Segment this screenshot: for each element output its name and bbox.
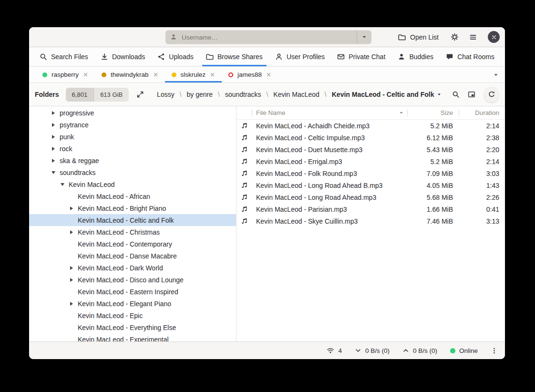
file-row[interactable]: Kevin MacLeod - Duet Musette.mp35.43 MiB… (237, 144, 505, 155)
tree-item[interactable]: Kevin MacLeod (29, 178, 236, 190)
open-list-button[interactable]: Open List (394, 31, 443, 44)
file-name: Kevin MacLeod - Parisian.mp3 (252, 206, 408, 213)
folder-count-badge[interactable]: 6,801 (66, 88, 94, 102)
expander-collapsed-icon[interactable] (68, 266, 74, 270)
tree-item[interactable]: rock (29, 143, 236, 155)
tree-item[interactable]: Kevin MacLeod - Epic (29, 309, 236, 321)
tree-item-label: Kevin MacLeod - Celtic and Folk (78, 217, 174, 224)
file-row[interactable]: Kevin MacLeod - Celtic Impulse.mp36.12 M… (237, 132, 505, 144)
tab-label: Uploads (169, 53, 193, 61)
tab-browse-shares[interactable]: Browse Shares (202, 47, 267, 66)
search-folder-button[interactable] (452, 91, 460, 98)
file-size: 6.12 MiB (408, 134, 459, 142)
main-menu-button[interactable] (466, 30, 480, 44)
breadcrumb-item[interactable]: soundtracks (225, 91, 261, 98)
tab-user-profiles[interactable]: User Profiles (271, 47, 329, 66)
music-note-icon (241, 170, 248, 177)
breadcrumb-item[interactable]: by genre (187, 91, 213, 98)
column-header-file-name[interactable]: File Name (252, 106, 408, 119)
tree-item[interactable]: Kevin MacLeod - Christmas (29, 226, 236, 238)
tree-item[interactable]: psytrance (29, 119, 236, 131)
tree-item[interactable]: Kevin MacLeod - Celtic and Folk (29, 214, 236, 226)
user-tab-label: raspberry (51, 71, 79, 78)
username-dropdown-button[interactable] (357, 30, 371, 44)
tab-private-chat[interactable]: Private Chat (333, 47, 389, 66)
music-note-icon (241, 146, 248, 153)
expander-collapsed-icon[interactable] (68, 206, 74, 210)
tree-item[interactable]: Kevin MacLeod - Danse Macabre (29, 250, 236, 262)
share-size-badge[interactable]: 613 GiB (93, 88, 129, 102)
tree-item[interactable]: Kevin MacLeod - Eastern Inspired (29, 286, 236, 298)
tree-item[interactable]: soundtracks (29, 166, 236, 178)
column-header-duration[interactable]: Duration (459, 106, 505, 119)
file-row[interactable]: Kevin MacLeod - Long Road Ahead.mp35.68 … (237, 191, 505, 203)
tree-item[interactable]: Kevin MacLeod - Elegant Piano (29, 298, 236, 309)
download-rate: 0 B/s (0) (365, 347, 390, 354)
tree-item[interactable]: Kevin MacLeod - Bright Piano (29, 202, 236, 214)
tree-item[interactable]: Kevin MacLeod - African (29, 190, 236, 202)
expander-collapsed-icon[interactable] (68, 278, 74, 282)
tree-item[interactable]: progressive (29, 107, 236, 119)
tab-list-dropdown-button[interactable] (493, 72, 499, 78)
expand-all-button[interactable] (136, 91, 144, 98)
connection-status[interactable]: Online (450, 347, 478, 354)
tab-downloads[interactable]: Downloads (97, 47, 149, 66)
tree-item[interactable]: Kevin MacLeod - Disco and Lounge (29, 274, 236, 286)
pan-down-icon (493, 72, 499, 78)
column-header-size[interactable]: Size (408, 106, 459, 119)
username-search-field[interactable] (165, 30, 357, 44)
tree-item[interactable]: Kevin MacLeod - Contemporary (29, 238, 236, 250)
statusbar-menu-button[interactable] (491, 347, 498, 354)
expander-expanded-icon[interactable] (59, 183, 65, 186)
expander-expanded-icon[interactable] (50, 171, 56, 174)
connection-count-value: 4 (338, 347, 342, 354)
expander-collapsed-icon[interactable] (68, 302, 74, 306)
detach-tab-button[interactable] (468, 91, 475, 98)
tab-uploads[interactable]: Uploads (154, 47, 197, 66)
expander-collapsed-icon[interactable] (50, 147, 56, 151)
tree-item[interactable]: Kevin MacLeod - Everything Else (29, 321, 236, 333)
sort-dropdown-icon[interactable] (398, 110, 404, 116)
username-search-input[interactable] (181, 33, 352, 41)
close-tab-button[interactable] (266, 72, 271, 77)
user-tab-raspberry[interactable]: raspberry (36, 67, 95, 83)
tree-item[interactable]: punk (29, 131, 236, 143)
expander-collapsed-icon[interactable] (68, 230, 74, 234)
user-tab-thewindykrab[interactable]: thewindykrab (95, 67, 165, 83)
tab-chat-rooms[interactable]: Chat Rooms (442, 47, 498, 66)
people-icon (398, 53, 405, 61)
file-row[interactable]: Kevin MacLeod - Folk Round.mp37.09 MiB3:… (237, 167, 505, 179)
mail-icon (337, 53, 345, 61)
close-button[interactable] (488, 31, 500, 43)
download-stats[interactable]: 0 B/s (0) (355, 347, 390, 354)
expander-collapsed-icon[interactable] (50, 159, 56, 163)
tree-item-label: Kevin MacLeod - Contemporary (78, 240, 172, 248)
expander-collapsed-icon[interactable] (50, 123, 56, 127)
file-name: Kevin MacLeod - Celtic Impulse.mp3 (252, 134, 408, 142)
close-tab-button[interactable] (83, 72, 88, 77)
tree-item[interactable]: ska & reggae (29, 155, 236, 166)
close-tab-button[interactable] (210, 72, 215, 77)
breadcrumb-item[interactable]: Lossy (157, 91, 175, 98)
preferences-button[interactable] (447, 30, 462, 44)
expander-collapsed-icon[interactable] (50, 135, 56, 139)
file-row[interactable]: Kevin MacLeod - Long Road Ahead B.mp34.0… (237, 179, 505, 191)
close-tab-button[interactable] (153, 72, 158, 77)
upload-stats[interactable]: 0 B/s (0) (402, 347, 437, 354)
file-row[interactable]: Kevin MacLeod - Errigal.mp35.2 MiB2:14 (237, 155, 505, 167)
file-row[interactable]: Kevin MacLeod - Skye Cuillin.mp37.46 MiB… (237, 215, 505, 227)
breadcrumb-item[interactable]: Kevin MacLeod - Celtic and Folk (332, 91, 442, 98)
tab-buddies[interactable]: Buddies (394, 47, 437, 66)
user-tab-slskrulez[interactable]: slskrulez (165, 67, 222, 83)
file-row[interactable]: Kevin MacLeod - Achaidh Cheide.mp35.2 Mi… (237, 120, 505, 132)
tab-search-files[interactable]: Search Files (36, 47, 92, 66)
connection-count[interactable]: 4 (327, 347, 342, 354)
tree-item[interactable]: Kevin MacLeod - Experimental (29, 333, 236, 341)
file-row[interactable]: Kevin MacLeod - Parisian.mp31.66 MiB0:41 (237, 203, 505, 215)
column-header-icon[interactable] (237, 106, 252, 119)
expander-collapsed-icon[interactable] (50, 111, 56, 115)
refresh-button[interactable] (484, 87, 499, 103)
user-tab-james88[interactable]: james88 (222, 67, 278, 83)
breadcrumb-item[interactable]: Kevin MacLeod (273, 91, 319, 98)
tree-item[interactable]: Kevin MacLeod - Dark World (29, 262, 236, 274)
